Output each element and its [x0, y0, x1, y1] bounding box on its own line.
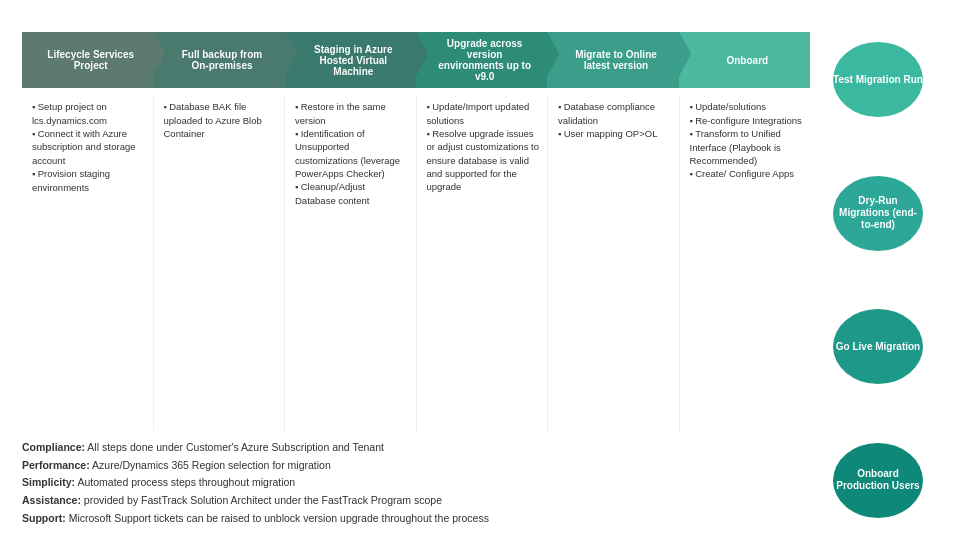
list-item: Restore in the same version [295, 100, 408, 127]
arrow-a1: Lifecycle Services Project [22, 32, 153, 88]
arrow-row: Lifecycle Services ProjectFull backup fr… [22, 32, 810, 88]
bottom-line-4: Support: Microsoft Support tickets can b… [22, 510, 810, 528]
left-section: Lifecycle Services ProjectFull backup fr… [22, 32, 810, 528]
bottom-line-0: Compliance: All steps done under Custome… [22, 439, 810, 457]
list-item: Transform to Unified Interface (Playbook… [690, 127, 803, 167]
detail-col-1: Database BAK file uploaded to Azure Blob… [154, 96, 286, 431]
arrow-a6: Onboard [679, 32, 810, 88]
list-item: Setup project on lcs.dynamics.com [32, 100, 145, 127]
detail-col-3: Update/Import updated solutionsResolve u… [417, 96, 549, 431]
detail-col-5: Update/solutionsRe-configure Integration… [680, 96, 811, 431]
content-area: Lifecycle Services ProjectFull backup fr… [22, 32, 938, 528]
bottom-line-2: Simplicity: Automated process steps thro… [22, 474, 810, 492]
bottom-label-1: Performance: [22, 459, 90, 471]
list-item: Provision staging environments [32, 167, 145, 194]
arrow-a5: Migrate to Online latest version [547, 32, 678, 88]
list-item: Re-configure Integrations [690, 114, 803, 128]
bottom-label-4: Support: [22, 512, 66, 524]
arrow-a2: Full backup from On-premises [153, 32, 284, 88]
detail-col-4: Database compliance validationUser mappi… [548, 96, 680, 431]
bottom-label-2: Simplicity: [22, 476, 75, 488]
list-item: User mapping OP>OL [558, 127, 671, 141]
list-item: Database BAK file uploaded to Azure Blob… [164, 100, 277, 140]
details-row: Setup project on lcs.dynamics.comConnect… [22, 96, 810, 431]
list-item: Create/ Configure Apps [690, 167, 803, 181]
list-item: Resolve upgrade issues or adjust customi… [427, 127, 540, 194]
detail-col-0: Setup project on lcs.dynamics.comConnect… [22, 96, 154, 431]
arrow-a4: Upgrade across version environments up t… [416, 32, 547, 88]
detail-col-2: Restore in the same versionIdentificatio… [285, 96, 417, 431]
right-section: Test Migration RunDry-Run Migrations (en… [818, 32, 938, 528]
arrow-a3: Staging in Azure Hosted Virtual Machine [285, 32, 416, 88]
list-item: Update/solutions [690, 100, 803, 114]
circle-1: Dry-Run Migrations (end-to-end) [833, 176, 923, 251]
list-item: Cleanup/Adjust Database content [295, 180, 408, 207]
circle-3: Onboard Production Users [833, 443, 923, 518]
bottom-label-3: Assistance: [22, 494, 81, 506]
list-item: Update/Import updated solutions [427, 100, 540, 127]
circle-0: Test Migration Run [833, 42, 923, 117]
bottom-text: Compliance: All steps done under Custome… [22, 439, 810, 528]
circle-2: Go Live Migration [833, 309, 923, 384]
list-item: Identification of Unsupported customizat… [295, 127, 408, 180]
page: Lifecycle Services ProjectFull backup fr… [0, 0, 960, 540]
bottom-line-3: Assistance: provided by FastTrack Soluti… [22, 492, 810, 510]
bottom-label-0: Compliance: [22, 441, 85, 453]
bottom-line-1: Performance: Azure/Dynamics 365 Region s… [22, 457, 810, 475]
list-item: Connect it with Azure subscription and s… [32, 127, 145, 167]
list-item: Database compliance validation [558, 100, 671, 127]
